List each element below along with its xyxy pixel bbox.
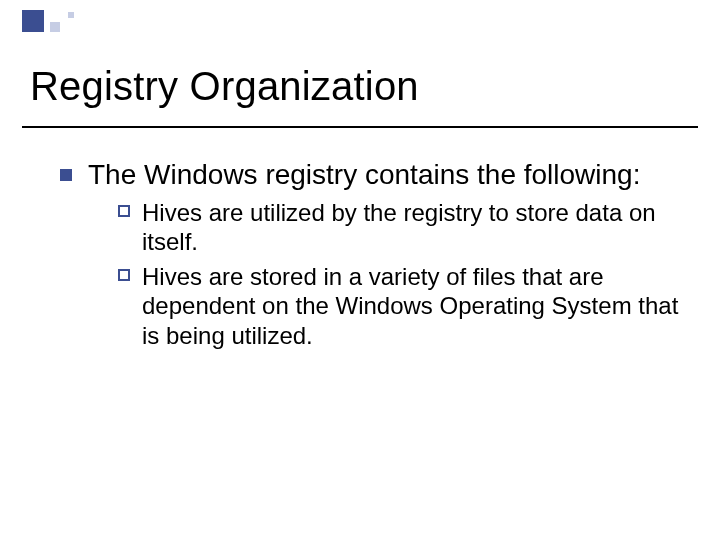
slide-body: The Windows registry contains the follow…	[60, 158, 680, 364]
slide-title: Registry Organization	[30, 64, 690, 109]
bullet-level2-text: Hives are stored in a variety of files t…	[142, 263, 678, 349]
deco-square-tiny	[68, 12, 74, 18]
title-underline	[22, 126, 698, 128]
hollow-square-bullet-icon	[118, 205, 130, 217]
bullet-level1: The Windows registry contains the follow…	[60, 158, 680, 350]
corner-decoration	[22, 10, 102, 42]
square-bullet-icon	[60, 169, 72, 181]
bullet-level2-text: Hives are utilized by the registry to st…	[142, 199, 656, 255]
slide: Registry Organization The Windows regist…	[0, 0, 720, 540]
sub-bullet-group: Hives are utilized by the registry to st…	[88, 198, 680, 350]
bullet-level2: Hives are utilized by the registry to st…	[118, 198, 680, 257]
deco-square-light	[50, 22, 60, 32]
bullet-level1-text: The Windows registry contains the follow…	[88, 159, 640, 190]
bullet-level2: Hives are stored in a variety of files t…	[118, 262, 680, 350]
deco-square-dark	[22, 10, 44, 32]
hollow-square-bullet-icon	[118, 269, 130, 281]
